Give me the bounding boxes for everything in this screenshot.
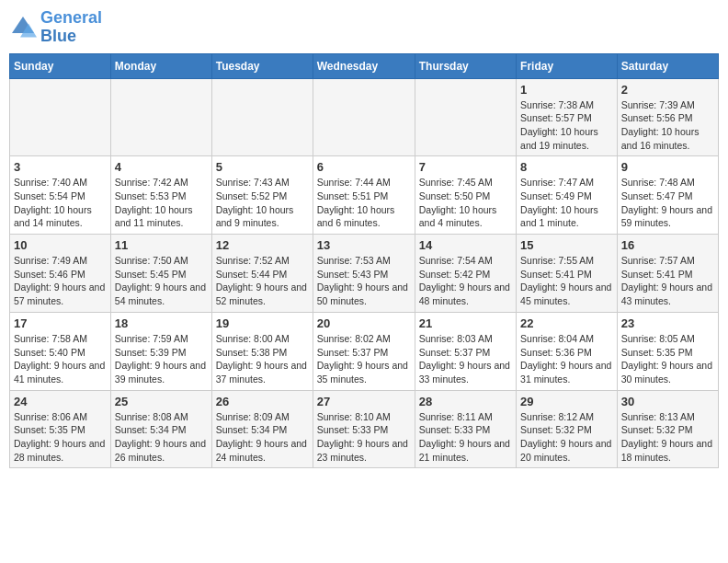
calendar-cell: 7Sunrise: 7:45 AM Sunset: 5:50 PM Daylig… [415,156,516,235]
calendar-cell: 12Sunrise: 7:52 AM Sunset: 5:44 PM Dayli… [211,235,313,313]
day-number: 28 [419,395,512,408]
day-number: 19 [216,316,309,330]
day-info: Sunrise: 7:43 AM Sunset: 5:52 PM Dayligh… [216,176,309,230]
day-info: Sunrise: 7:48 AM Sunset: 5:47 PM Dayligh… [621,176,714,230]
day-number: 12 [216,238,309,252]
day-info: Sunrise: 7:44 AM Sunset: 5:51 PM Dayligh… [317,176,411,230]
calendar-cell: 2Sunrise: 7:39 AM Sunset: 5:56 PM Daylig… [617,78,718,156]
calendar-cell [313,78,415,156]
day-number: 1 [520,83,613,97]
page-header: General Blue [9,9,719,46]
calendar-cell [415,78,516,156]
day-number: 21 [419,316,512,330]
day-info: Sunrise: 7:52 AM Sunset: 5:44 PM Dayligh… [216,254,309,308]
day-info: Sunrise: 7:54 AM Sunset: 5:42 PM Dayligh… [419,254,512,308]
weekday-header: Saturday [617,53,718,78]
day-info: Sunrise: 7:57 AM Sunset: 5:41 PM Dayligh… [621,254,714,308]
weekday-header: Monday [110,53,211,78]
day-number: 25 [115,395,208,408]
day-number: 30 [621,395,714,408]
calendar-cell: 13Sunrise: 7:53 AM Sunset: 5:43 PM Dayli… [313,235,415,313]
calendar-cell: 8Sunrise: 7:47 AM Sunset: 5:49 PM Daylig… [517,156,618,235]
day-number: 8 [520,160,613,174]
day-info: Sunrise: 8:02 AM Sunset: 5:37 PM Dayligh… [317,332,411,386]
weekday-header: Wednesday [313,53,415,78]
weekday-header: Tuesday [211,53,313,78]
calendar-cell: 23Sunrise: 8:05 AM Sunset: 5:35 PM Dayli… [617,312,718,390]
calendar-cell: 4Sunrise: 7:42 AM Sunset: 5:53 PM Daylig… [110,156,211,235]
calendar-week: 1Sunrise: 7:38 AM Sunset: 5:57 PM Daylig… [10,78,719,156]
calendar-cell: 11Sunrise: 7:50 AM Sunset: 5:45 PM Dayli… [110,235,211,313]
day-number: 15 [520,238,613,252]
calendar-week: 17Sunrise: 7:58 AM Sunset: 5:40 PM Dayli… [10,312,719,390]
day-number: 29 [520,395,613,408]
day-info: Sunrise: 7:53 AM Sunset: 5:43 PM Dayligh… [317,254,411,308]
day-info: Sunrise: 7:45 AM Sunset: 5:50 PM Dayligh… [419,176,512,230]
calendar-cell: 25Sunrise: 8:08 AM Sunset: 5:34 PM Dayli… [110,390,211,468]
calendar-cell: 10Sunrise: 7:49 AM Sunset: 5:46 PM Dayli… [10,235,111,313]
day-number: 3 [14,160,107,174]
calendar-week: 3Sunrise: 7:40 AM Sunset: 5:54 PM Daylig… [10,156,719,235]
day-info: Sunrise: 8:00 AM Sunset: 5:38 PM Dayligh… [216,332,309,386]
calendar-cell: 27Sunrise: 8:10 AM Sunset: 5:33 PM Dayli… [313,390,415,468]
day-info: Sunrise: 7:50 AM Sunset: 5:45 PM Dayligh… [115,254,208,308]
day-number: 11 [115,238,208,252]
calendar-cell: 20Sunrise: 8:02 AM Sunset: 5:37 PM Dayli… [313,312,415,390]
day-number: 22 [520,316,613,330]
calendar-cell: 15Sunrise: 7:55 AM Sunset: 5:41 PM Dayli… [517,235,618,313]
day-info: Sunrise: 7:47 AM Sunset: 5:49 PM Dayligh… [520,176,613,230]
day-info: Sunrise: 8:04 AM Sunset: 5:36 PM Dayligh… [520,332,613,386]
day-number: 16 [621,238,714,252]
day-info: Sunrise: 7:55 AM Sunset: 5:41 PM Dayligh… [520,254,613,308]
calendar-cell: 24Sunrise: 8:06 AM Sunset: 5:35 PM Dayli… [10,390,111,468]
calendar-cell: 30Sunrise: 8:13 AM Sunset: 5:32 PM Dayli… [617,390,718,468]
logo: General Blue [9,9,102,46]
day-number: 13 [317,238,411,252]
calendar-cell: 9Sunrise: 7:48 AM Sunset: 5:47 PM Daylig… [617,156,718,235]
day-info: Sunrise: 8:11 AM Sunset: 5:33 PM Dayligh… [419,410,512,465]
calendar-cell: 18Sunrise: 7:59 AM Sunset: 5:39 PM Dayli… [110,312,211,390]
calendar-cell: 19Sunrise: 8:00 AM Sunset: 5:38 PM Dayli… [211,312,313,390]
day-info: Sunrise: 8:12 AM Sunset: 5:32 PM Dayligh… [520,410,613,465]
day-number: 27 [317,395,411,408]
day-number: 5 [216,160,309,174]
day-number: 7 [419,160,512,174]
calendar-week: 24Sunrise: 8:06 AM Sunset: 5:35 PM Dayli… [10,390,719,468]
day-info: Sunrise: 7:38 AM Sunset: 5:57 PM Dayligh… [520,98,613,153]
calendar-table: SundayMondayTuesdayWednesdayThursdayFrid… [9,53,719,469]
day-number: 23 [621,316,714,330]
calendar-cell: 17Sunrise: 7:58 AM Sunset: 5:40 PM Dayli… [10,312,111,390]
day-info: Sunrise: 8:09 AM Sunset: 5:34 PM Dayligh… [216,410,309,465]
day-number: 2 [621,83,714,97]
day-number: 20 [317,316,411,330]
calendar-header: SundayMondayTuesdayWednesdayThursdayFrid… [10,53,719,78]
day-info: Sunrise: 7:42 AM Sunset: 5:53 PM Dayligh… [115,176,208,230]
day-info: Sunrise: 7:40 AM Sunset: 5:54 PM Dayligh… [14,176,107,230]
calendar-cell: 3Sunrise: 7:40 AM Sunset: 5:54 PM Daylig… [10,156,111,235]
weekday-header: Thursday [415,53,516,78]
calendar-cell: 14Sunrise: 7:54 AM Sunset: 5:42 PM Dayli… [415,235,516,313]
day-info: Sunrise: 7:39 AM Sunset: 5:56 PM Dayligh… [621,98,714,153]
day-info: Sunrise: 8:13 AM Sunset: 5:32 PM Dayligh… [621,410,714,465]
calendar-cell: 5Sunrise: 7:43 AM Sunset: 5:52 PM Daylig… [211,156,313,235]
calendar-week: 10Sunrise: 7:49 AM Sunset: 5:46 PM Dayli… [10,235,719,313]
day-info: Sunrise: 7:59 AM Sunset: 5:39 PM Dayligh… [115,332,208,386]
logo-icon [9,14,37,41]
day-number: 6 [317,160,411,174]
day-number: 24 [14,395,107,408]
calendar-cell: 22Sunrise: 8:04 AM Sunset: 5:36 PM Dayli… [517,312,618,390]
calendar-cell: 6Sunrise: 7:44 AM Sunset: 5:51 PM Daylig… [313,156,415,235]
calendar-cell [211,78,313,156]
calendar-cell: 28Sunrise: 8:11 AM Sunset: 5:33 PM Dayli… [415,390,516,468]
day-info: Sunrise: 8:08 AM Sunset: 5:34 PM Dayligh… [115,410,208,465]
day-info: Sunrise: 7:49 AM Sunset: 5:46 PM Dayligh… [14,254,107,308]
day-info: Sunrise: 8:05 AM Sunset: 5:35 PM Dayligh… [621,332,714,386]
calendar-cell [10,78,111,156]
day-info: Sunrise: 8:10 AM Sunset: 5:33 PM Dayligh… [317,410,411,465]
day-number: 14 [419,238,512,252]
logo-text: General Blue [40,9,102,46]
day-info: Sunrise: 7:58 AM Sunset: 5:40 PM Dayligh… [14,332,107,386]
calendar-cell: 16Sunrise: 7:57 AM Sunset: 5:41 PM Dayli… [617,235,718,313]
calendar-cell: 26Sunrise: 8:09 AM Sunset: 5:34 PM Dayli… [211,390,313,468]
day-number: 26 [216,395,309,408]
